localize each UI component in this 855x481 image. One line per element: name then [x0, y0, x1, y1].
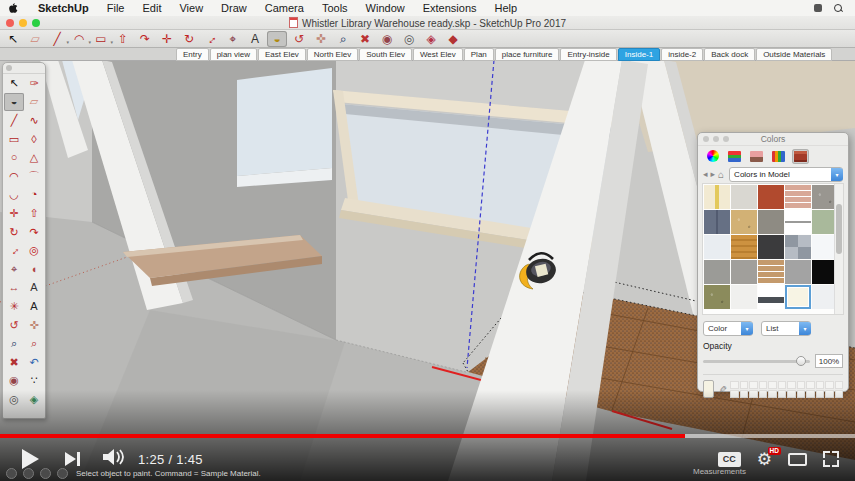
color-well[interactable] [749, 390, 758, 398]
menu-item-draw[interactable]: Draw [212, 2, 256, 14]
color-well[interactable] [740, 381, 749, 389]
menu-item-edit[interactable]: Edit [133, 2, 170, 14]
tape-measure-tool-icon[interactable]: ⌖ [223, 31, 243, 47]
scene-tab-plan-view[interactable]: plan view [210, 48, 257, 61]
material-swatch[interactable] [731, 210, 757, 234]
color-well[interactable] [759, 390, 768, 398]
three-point-arc-tool-icon[interactable]: ◡ [4, 186, 24, 205]
arc-tool-icon[interactable]: ◠▾ [69, 31, 89, 47]
panel-minimize-icon[interactable] [713, 136, 719, 142]
orbit-tool-icon[interactable]: ↺ [4, 316, 24, 335]
scene-tab-south-elev[interactable]: South Elev [359, 48, 412, 61]
next-button[interactable] [65, 452, 80, 466]
line-tool-icon[interactable]: ╱▾ [47, 31, 67, 47]
text-tool-icon[interactable]: A [245, 31, 265, 47]
captions-button[interactable]: CC [718, 452, 741, 467]
arc-tool-icon[interactable]: ◠ [4, 167, 24, 186]
follow-me-tool-icon[interactable]: ↷ [135, 31, 155, 47]
material-swatch-selected[interactable] [785, 285, 811, 309]
color-well[interactable] [825, 390, 834, 398]
freehand-tool-icon[interactable]: ∿ [24, 111, 44, 130]
scrollbar-thumb[interactable] [836, 204, 842, 254]
tape-measure-tool-icon[interactable]: ⌖ [4, 260, 24, 279]
position-camera-tool-icon[interactable]: ◉ [4, 372, 24, 391]
scene-tab-inside-2[interactable]: inside-2 [661, 48, 703, 61]
position-camera-tool-icon[interactable]: ◉ [377, 31, 397, 47]
material-swatch[interactable] [758, 260, 784, 284]
scene-tab-north-elev[interactable]: North Elev [307, 48, 358, 61]
brick-materials-tab[interactable] [792, 149, 809, 164]
scene-tab-east-elev[interactable]: East Elev [258, 48, 306, 61]
pan-tool-icon[interactable]: ✜ [24, 316, 44, 335]
material-swatch[interactable] [785, 210, 811, 234]
color-well[interactable] [768, 381, 777, 389]
zoom-tool-icon[interactable]: ⌕ [4, 334, 24, 353]
color-well[interactable] [806, 390, 815, 398]
color-well[interactable] [797, 390, 806, 398]
material-swatch[interactable] [758, 185, 784, 209]
scene-tab-entry-inside[interactable]: Entry-inside [560, 48, 616, 61]
color-well[interactable] [835, 381, 844, 389]
circle-tool-icon[interactable]: ○ [4, 148, 24, 167]
colors-panel-title-bar[interactable]: Colors [698, 133, 848, 146]
previous-view-tool-icon[interactable]: ↶ [24, 353, 44, 372]
scene-tab-back-dock[interactable]: Back dock [704, 48, 755, 61]
scale-tool-icon[interactable]: ↔ [4, 241, 24, 260]
menu-item-help[interactable]: Help [486, 2, 527, 14]
look-around-tool-icon[interactable]: ◎ [399, 31, 419, 47]
color-well[interactable] [778, 390, 787, 398]
zoom-window-tool-icon[interactable]: ⌕ [24, 334, 44, 353]
scene-tab-entry[interactable]: Entry [176, 48, 209, 61]
scene-tab-west-elev[interactable]: West Elev [413, 48, 463, 61]
color-well[interactable] [768, 390, 777, 398]
crayons-tab[interactable] [770, 149, 787, 164]
scene-tab-outside-materials[interactable]: Outside Materials [756, 48, 832, 61]
color-sliders-tab[interactable] [726, 149, 743, 164]
lasso-tool-icon[interactable]: ✑ [24, 74, 44, 93]
material-swatch[interactable] [758, 210, 784, 234]
move-tool-icon[interactable]: ✛ [157, 31, 177, 47]
material-swatch[interactable] [758, 285, 784, 309]
materials-tool-icon[interactable]: ◆ [443, 31, 463, 47]
home-icon[interactable]: ⌂ [718, 169, 724, 180]
volume-button[interactable] [102, 448, 124, 470]
line-tool-icon[interactable]: ╱ [4, 111, 24, 130]
paint-bucket-tool-icon[interactable]: ◒ [4, 93, 24, 112]
rotate-tool-icon[interactable]: ↻ [179, 31, 199, 47]
list-mode-select[interactable]: List ▾ [761, 321, 811, 336]
polygon-tool-icon[interactable]: △ [24, 148, 44, 167]
material-swatch[interactable] [704, 185, 730, 209]
color-well[interactable] [787, 381, 796, 389]
push-pull-tool-icon[interactable]: ⇧ [24, 204, 44, 223]
section-plane-tool-icon[interactable]: ◈ [24, 390, 44, 409]
color-well[interactable] [749, 381, 758, 389]
material-swatch[interactable] [731, 185, 757, 209]
menu-item-extensions[interactable]: Extensions [414, 2, 486, 14]
color-well[interactable] [816, 381, 825, 389]
axes-tool-icon[interactable]: ✳ [4, 297, 24, 316]
apple-menu-icon[interactable] [9, 2, 19, 14]
color-well[interactable] [835, 390, 844, 398]
menu-item-file[interactable]: File [98, 2, 134, 14]
palette-close-icon[interactable] [6, 65, 12, 71]
push-pull-tool-icon[interactable]: ⇧ [113, 31, 133, 47]
scene-tab-inside-1[interactable]: Inside-1 [618, 48, 660, 61]
swatch-scrollbar[interactable] [834, 184, 843, 314]
menu-item-camera[interactable]: Camera [256, 2, 313, 14]
material-swatch[interactable] [704, 235, 730, 259]
back-arrow-icon[interactable]: ◂ [703, 169, 708, 179]
miniplayer-button[interactable] [788, 453, 807, 466]
eraser-tool-icon[interactable]: ▱ [24, 93, 44, 112]
color-well[interactable] [740, 390, 749, 398]
material-swatch[interactable] [785, 185, 811, 209]
look-around-tool-icon[interactable]: ◎ [4, 390, 24, 409]
rotate-tool-icon[interactable]: ↻ [4, 223, 24, 242]
menu-extra-icon[interactable] [814, 4, 822, 12]
paint-bucket-tool-icon[interactable]: ◒ [267, 31, 287, 47]
walk-tool-icon[interactable]: ∵ [24, 372, 44, 391]
color-well[interactable] [797, 381, 806, 389]
material-swatch[interactable] [731, 260, 757, 284]
color-well[interactable] [730, 381, 739, 389]
color-mode-select[interactable]: Color ▾ [703, 321, 753, 336]
scene-tab-place-furniture[interactable]: place furniture [495, 48, 560, 61]
